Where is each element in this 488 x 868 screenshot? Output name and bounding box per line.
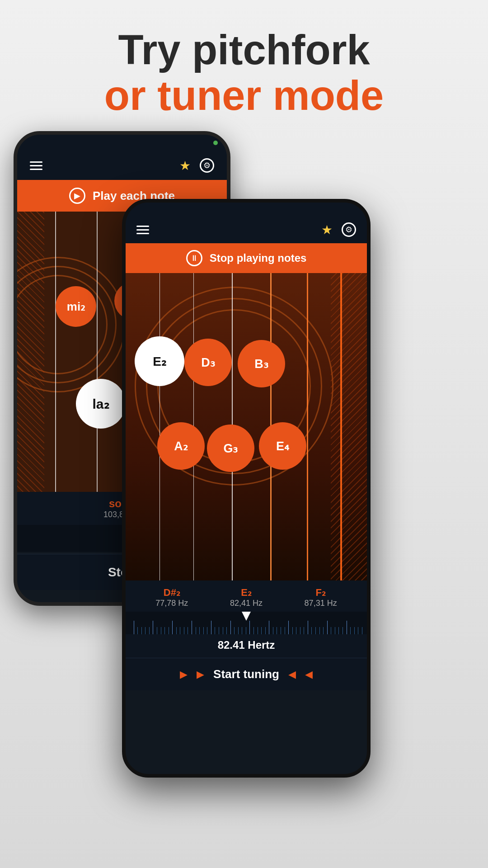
phone2-arrow2: ▶ <box>197 669 204 680</box>
hamburger-line1 <box>30 161 42 163</box>
phone2-menu-icon[interactable] <box>136 226 149 234</box>
phone2-tuner-note-E2: E₂ 82,41 Hz <box>230 587 263 608</box>
phone2-arrow4: ▶ <box>305 669 313 680</box>
header-line1: Try pitchfork <box>0 27 488 73</box>
phone2-star-icon[interactable]: ★ <box>321 222 333 237</box>
phone2-arrow3: ▶ <box>288 669 296 680</box>
phone2-string6 <box>340 273 342 580</box>
phone2-hamburger-line1 <box>136 226 149 227</box>
phone2-tuner-note-Ds2: D#₂ 77,78 Hz <box>155 587 188 608</box>
phone2-string5 <box>307 273 308 580</box>
phone2-hertz-display: 82.41 Hertz <box>126 636 367 654</box>
phone2-note-D3[interactable]: D₃ <box>184 339 232 386</box>
phone2-start-tuning-bar[interactable]: ▶ ▶ Start tuning ▶ ▶ <box>126 658 367 690</box>
phone2-note-G3[interactable]: G₃ <box>207 425 254 472</box>
phone1-note-mi2[interactable]: mi₂ <box>56 286 96 327</box>
phone1-menu-icon[interactable] <box>30 161 42 170</box>
phone2-string1 <box>160 273 160 580</box>
phone2-nav-right: ★ ⚙ <box>321 222 356 237</box>
header: Try pitchfork or tuner mode <box>0 27 488 118</box>
header-line2: or tuner mode <box>0 73 488 118</box>
phone2-note-A2[interactable]: A₂ <box>157 422 205 470</box>
phone1-play-icon: ▶ <box>69 188 85 204</box>
phone2-gear-icon[interactable]: ⚙ <box>342 222 356 237</box>
phone1-nav-right: ★ ⚙ <box>179 158 214 173</box>
phone2-action-bar[interactable]: ⏸ Stop playing notes <box>126 243 367 273</box>
hamburger-line2 <box>30 165 42 166</box>
phone2-pause-icon: ⏸ <box>186 250 202 266</box>
phone2-tuner: D#₂ 77,78 Hz E₂ 82,41 Hz F₂ 87,31 Hz 82.… <box>126 580 367 658</box>
phone1-string1 <box>55 212 56 492</box>
phone1-star-icon[interactable]: ★ <box>179 158 191 173</box>
phone2-note-E2[interactable]: E₂ <box>135 336 184 386</box>
phone2-hamburger-line3 <box>136 233 149 234</box>
phone2-note-name-2: F₂ <box>305 587 337 599</box>
phone2-note-E4[interactable]: E₄ <box>259 422 306 470</box>
phone2-status-bar <box>126 203 367 216</box>
phone2-note-name-1: E₂ <box>230 587 263 599</box>
phone1-gear-icon[interactable]: ⚙ <box>200 158 214 173</box>
phone2-guitar: E₂ D₃ B₃ A₂ G₃ E₄ <box>126 273 367 580</box>
phone2-strings <box>126 273 367 580</box>
phone2-tuner-indicator <box>242 612 251 621</box>
phone2-nav: ★ ⚙ <box>126 216 367 243</box>
phone2-tuner-bar <box>126 612 367 634</box>
phone2-tuner-notes-row: D#₂ 77,78 Hz E₂ 82,41 Hz F₂ 87,31 Hz <box>126 587 367 608</box>
phone1-status-dot <box>213 141 218 145</box>
phone1-note-la2[interactable]: la₂ <box>76 379 126 429</box>
phone2-note-B3[interactable]: B₃ <box>238 340 285 387</box>
phone2-tuner-note-F2: F₂ 87,31 Hz <box>305 587 337 608</box>
phone2-note-hz-2: 87,31 Hz <box>305 599 337 608</box>
phone1-nav: ★ ⚙ <box>17 151 227 180</box>
phone2: ★ ⚙ ⏸ Stop playing notes E₂ D₃ B₃ A₂ G₃ … <box>122 199 371 778</box>
phone2-note-hz-1: 82,41 Hz <box>230 599 263 608</box>
phone2-note-name-0: D#₂ <box>155 587 188 599</box>
hamburger-line3 <box>30 169 42 170</box>
phone2-start-tuning-text: Start tuning <box>213 667 279 681</box>
phone2-arrow1: ▶ <box>180 669 188 680</box>
phone1-status-bar <box>17 135 227 151</box>
phone2-note-hz-0: 77,78 Hz <box>155 599 188 608</box>
phone1-string2 <box>97 212 98 492</box>
phone2-hamburger-line2 <box>136 229 149 231</box>
phone2-action-text: Stop playing notes <box>210 252 307 264</box>
